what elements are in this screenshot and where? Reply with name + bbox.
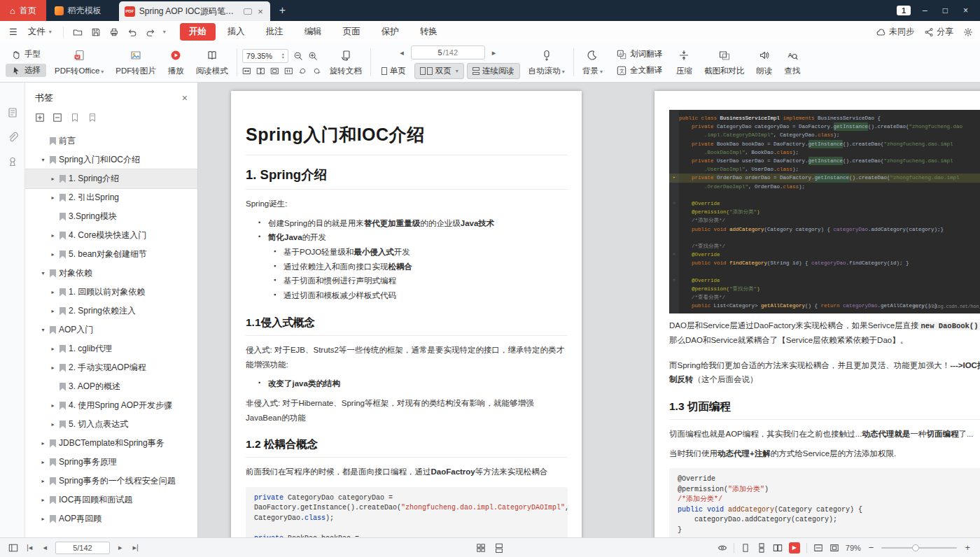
read-aloud-button[interactable]: 朗读 [752, 44, 776, 80]
minimize-button[interactable]: – [919, 6, 931, 15]
zoom-in-icon[interactable] [308, 51, 318, 61]
bookmark-item[interactable]: ▾AOP入门 [25, 320, 197, 339]
next-page-icon[interactable]: ▸ [490, 48, 498, 57]
bookmark-item[interactable]: ▸Spring事务原理 [25, 453, 197, 472]
chevron-down-icon[interactable]: ▾ [39, 270, 47, 276]
prev-page-button[interactable]: ◂ [41, 543, 49, 552]
share-button[interactable]: 分享 [924, 26, 953, 38]
undo-icon[interactable] [125, 25, 139, 39]
open-folder-icon[interactable] [71, 25, 85, 39]
bookmark-item[interactable]: ▸AOP再回顾 [25, 509, 197, 528]
bookmark-item[interactable]: ▸JDBCTemplate和Spring事务 [25, 434, 197, 453]
settings-gear-icon[interactable] [963, 27, 973, 37]
chevron-right-icon[interactable]: ▸ [49, 402, 57, 409]
fit-width-icon[interactable] [242, 66, 251, 76]
zoom-out-button[interactable]: − [867, 542, 876, 553]
add-bookmark-icon[interactable] [70, 113, 80, 122]
fit-height-icon[interactable] [256, 66, 265, 76]
bookmark-item[interactable]: ▸1. cglib代理 [25, 339, 197, 358]
annotations-panel-icon[interactable] [7, 107, 18, 118]
zoom-select[interactable]: 79.35% ▴▾ [242, 49, 288, 63]
chevron-down-icon[interactable]: ▾ [39, 157, 47, 163]
bookmark-item[interactable]: ▸4. 使用Spring AOP开发步骤 [25, 396, 197, 415]
find-button[interactable]: A 查找 [780, 44, 804, 80]
collapse-all-icon[interactable] [52, 113, 62, 122]
pdf-page-left[interactable]: Spring入门和IOC介绍1. Spring介绍Spring诞生:•创建Spr… [231, 91, 582, 537]
attachment-panel-icon[interactable] [7, 132, 18, 143]
fit-width-status-icon[interactable] [813, 543, 823, 553]
chevron-down-icon[interactable]: ▾ [163, 29, 166, 35]
select-tool-button[interactable]: 选择 [6, 64, 46, 77]
first-page-button[interactable]: |◂ [24, 543, 34, 552]
bookmark-item[interactable]: 前言 [25, 132, 197, 150]
bookmark-item[interactable]: ▾对象依赖 [25, 264, 197, 283]
file-menu-button[interactable]: 文件 ▾ [24, 24, 56, 40]
word-translate-button[interactable]: A 划词翻译 [611, 48, 668, 61]
prev-page-icon[interactable]: ◂ [398, 48, 406, 57]
hand-tool-button[interactable]: 手型 [6, 48, 46, 61]
rotate-doc-button[interactable]: 旋转文档 [326, 44, 365, 80]
background-button[interactable]: 背景▾ [579, 44, 606, 80]
zoom-slider-knob[interactable] [912, 544, 919, 551]
chevron-right-icon[interactable]: ▸ [49, 421, 57, 428]
bookmark-item[interactable]: ▸2. 引出Spring [25, 188, 197, 207]
next-page-button[interactable]: ▸ [116, 543, 125, 552]
bookmark-item[interactable]: ▸1. 回顾以前对象依赖 [25, 283, 197, 302]
bookmark-item[interactable]: ▸5. bean对象创建细节 [25, 245, 197, 264]
rotate-right-icon[interactable] [312, 66, 321, 76]
zoom-slider[interactable] [881, 547, 957, 549]
last-page-button[interactable]: ▸| [130, 543, 140, 552]
bookmark-item[interactable]: ▸IOC再回顾和面试题 [25, 491, 197, 509]
play-button[interactable]: 播放 [164, 44, 188, 80]
scroll-view-icon[interactable] [494, 543, 504, 553]
hamburger-icon[interactable]: ☰ [7, 24, 20, 39]
chevron-right-icon[interactable]: ▸ [49, 346, 57, 352]
chevron-right-icon[interactable]: ▸ [39, 478, 47, 484]
redo-icon[interactable] [144, 25, 158, 39]
sync-status[interactable]: 未同步 [876, 26, 914, 38]
pdf-to-office-button[interactable]: PDF转Office▾ [51, 44, 107, 80]
menu-tab-转换[interactable]: 转换 [411, 23, 447, 41]
new-tab-button[interactable]: + [270, 0, 295, 21]
fit-page-status-icon[interactable] [830, 543, 839, 553]
snapshot-compare-button[interactable]: 截图和对比 [701, 44, 748, 80]
single-page-button[interactable]: 单页 [376, 63, 412, 79]
auto-scroll-button[interactable]: 自动滚动▾ [525, 44, 568, 80]
fit-page-icon[interactable] [270, 66, 279, 76]
chevron-right-icon[interactable]: ▸ [49, 251, 57, 258]
single-page-view-icon[interactable] [741, 543, 750, 553]
chevron-right-icon[interactable]: ▸ [49, 232, 57, 239]
pdf-to-image-button[interactable]: PDF转图片 [112, 44, 160, 80]
stepper-icons[interactable]: ▴▾ [282, 52, 284, 60]
bookmark-item[interactable]: ▸5. 切入点表达式 [25, 415, 197, 434]
full-translate-button[interactable]: 文 全文翻译 [611, 64, 668, 77]
page-number-input[interactable]: 5 /142 [411, 45, 485, 59]
compress-button[interactable]: 压缩 [673, 44, 696, 80]
chevron-right-icon[interactable]: ▸ [49, 289, 57, 295]
expand-all-icon[interactable] [35, 113, 45, 122]
chevron-right-icon[interactable]: ▸ [49, 176, 57, 182]
chevron-down-icon[interactable]: ▾ [39, 327, 47, 333]
slideshow-button[interactable]: ▶ [789, 542, 800, 554]
continuous-read-button[interactable]: 连续阅读 [467, 63, 520, 79]
chevron-right-icon[interactable]: ▸ [49, 308, 57, 314]
close-tab-icon[interactable]: × [256, 6, 265, 17]
tab-document[interactable]: PDF Spring AOP IOC源码笔记.pdf × [119, 1, 270, 21]
zoom-in-button[interactable]: + [963, 542, 972, 553]
maximize-button[interactable]: □ [939, 6, 951, 15]
zoom-out-icon[interactable] [293, 51, 303, 61]
print-icon[interactable] [107, 25, 121, 39]
status-page-input[interactable]: 5/142 [55, 542, 110, 554]
menu-tab-页面[interactable]: 页面 [334, 23, 370, 41]
thumbnail-view-icon[interactable] [476, 543, 486, 553]
stamp-panel-icon[interactable] [7, 156, 18, 167]
bookmark-item[interactable]: ▸4. Core模块快速入门 [25, 226, 197, 245]
bookmark-item[interactable]: ▾Spring入门和IOC介绍 [25, 150, 197, 169]
bookmark-item[interactable]: 3. AOP的概述 [25, 377, 197, 396]
menu-tab-插入[interactable]: 插入 [218, 23, 254, 41]
menu-tab-编辑[interactable]: 编辑 [295, 23, 331, 41]
pdf-page-right[interactable]: public class BusinessServiceImpl impleme… [654, 91, 980, 537]
chevron-right-icon[interactable]: ▸ [49, 365, 57, 371]
notification-badge[interactable]: 1 [897, 6, 911, 15]
tab-docer[interactable]: 稻壳模板 [46, 0, 110, 21]
